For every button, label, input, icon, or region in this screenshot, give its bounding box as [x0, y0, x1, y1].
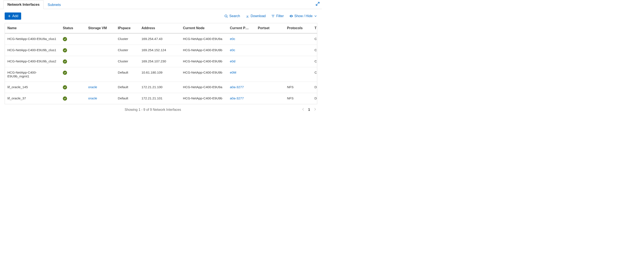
port-link[interactable]: e0c — [230, 37, 235, 40]
cell-name: HCG-NetApp-C400-E9U9b_mgmt1 — [5, 67, 60, 82]
cell-port: a0a-3277 — [227, 93, 255, 104]
port-link[interactable]: a0a-3277 — [230, 85, 244, 89]
col-header-trunc[interactable]: T — [312, 23, 317, 34]
cell-status — [60, 82, 86, 93]
search-icon — [224, 14, 228, 18]
cell-protocols — [284, 56, 312, 67]
table-row[interactable]: lif_oracle_37oracleDefault172.21.21.101H… — [5, 93, 317, 104]
filter-label: Filter — [276, 14, 284, 18]
filter-action[interactable]: Filter — [271, 14, 284, 18]
cell-ipspace: Cluster — [115, 45, 139, 56]
status-ok-icon — [63, 70, 67, 75]
port-link[interactable]: e0d — [230, 60, 236, 63]
cell-portset — [255, 34, 284, 45]
cell-svm — [86, 34, 115, 45]
cell-trunc: C — [312, 56, 317, 67]
arrow-right-icon — [313, 107, 317, 112]
status-ok-icon — [63, 85, 67, 90]
svg-rect-1 — [246, 17, 249, 18]
table-row[interactable]: HCG-NetApp-C400-E9U9a_clus1Cluster169.25… — [5, 34, 317, 45]
cell-portset — [255, 67, 284, 82]
showhide-action[interactable]: Show / Hide — [289, 14, 317, 18]
cell-portset — [255, 45, 284, 56]
col-header-address[interactable]: Address — [139, 23, 180, 34]
pager-current: 1 — [308, 108, 310, 112]
pager-next[interactable] — [313, 107, 317, 112]
table-row[interactable]: HCG-NetApp-C400-E9U9b_mgmt1Default10.61.… — [5, 67, 317, 82]
svm-link[interactable]: oracle — [88, 85, 97, 89]
table-footer: Showing 1 - 9 of 9 Network Interfaces 1 — [0, 104, 322, 115]
add-button-label: Add — [12, 14, 18, 18]
col-header-portset[interactable]: Portset — [255, 23, 284, 34]
cell-protocols: NFS — [284, 82, 312, 93]
table-row[interactable]: HCG-NetApp-C400-E9U9b_clus1Cluster169.25… — [5, 45, 317, 56]
cell-ipspace: Default — [115, 67, 139, 82]
col-header-protocols[interactable]: Protocols — [284, 23, 312, 34]
port-link[interactable]: e0M — [230, 70, 236, 74]
cell-status — [60, 67, 86, 82]
cell-name: lif_oracle_145 — [5, 82, 60, 93]
table-container: Name Status Storage VM IPspace Address C… — [5, 23, 317, 104]
cell-portset — [255, 82, 284, 93]
cell-svm: oracle — [86, 93, 115, 104]
cell-protocols: NFS — [284, 93, 312, 104]
port-link[interactable]: e0c — [230, 48, 235, 52]
tab-network-interfaces[interactable]: Network Interfaces — [4, 0, 44, 9]
col-header-status[interactable]: Status — [60, 23, 86, 34]
cell-node: HCG-NetApp-C400-E9U9b — [180, 56, 227, 67]
port-link[interactable]: a0a-3277 — [230, 96, 244, 100]
download-icon — [246, 14, 249, 18]
col-header-name[interactable]: Name — [5, 23, 60, 34]
tab-subnets[interactable]: Subnets — [44, 0, 65, 9]
table-header-row: Name Status Storage VM IPspace Address C… — [5, 23, 317, 34]
svm-link[interactable]: oracle — [88, 96, 97, 100]
cell-address: 169.254.107.230 — [139, 56, 180, 67]
cell-protocols — [284, 67, 312, 82]
search-action[interactable]: Search — [224, 14, 240, 18]
col-header-ipspace[interactable]: IPspace — [115, 23, 139, 34]
cell-trunc: C — [312, 45, 317, 56]
cell-status — [60, 45, 86, 56]
cell-address: 169.254.152.124 — [139, 45, 180, 56]
download-action[interactable]: Download — [246, 14, 266, 18]
cell-node: HCG-NetApp-C400-E9U9b — [180, 45, 227, 56]
cell-address: 169.254.47.43 — [139, 34, 180, 45]
cell-status — [60, 34, 86, 45]
expand-icon[interactable] — [316, 2, 320, 6]
cell-trunc: D — [312, 93, 317, 104]
cell-protocols — [284, 34, 312, 45]
table-row[interactable]: HCG-NetApp-C400-E9U9b_clus2Cluster169.25… — [5, 56, 317, 67]
showhide-label: Show / Hide — [294, 14, 312, 18]
eye-icon — [289, 14, 293, 18]
cell-address: 10.61.180.109 — [139, 67, 180, 82]
status-ok-icon — [63, 48, 67, 52]
cell-node: HCG-NetApp-C400-E9U9a — [180, 82, 227, 93]
cell-name: HCG-NetApp-C400-E9U9b_clus2 — [5, 56, 60, 67]
cell-status — [60, 93, 86, 104]
cell-svm: oracle — [86, 82, 115, 93]
cell-portset — [255, 93, 284, 104]
cell-ipspace: Cluster — [115, 34, 139, 45]
col-header-svm[interactable]: Storage VM — [86, 23, 115, 34]
cell-trunc: C — [312, 34, 317, 45]
cell-port: a0a-3277 — [227, 82, 255, 93]
status-ok-icon — [63, 96, 67, 101]
col-header-port[interactable]: Current P… — [227, 23, 255, 34]
download-label: Download — [250, 14, 266, 18]
status-ok-icon — [63, 60, 67, 64]
status-ok-icon — [63, 37, 67, 41]
add-button[interactable]: Add — [5, 12, 21, 20]
cell-node: HCG-NetApp-C400-E9U9b — [180, 67, 227, 82]
pager-prev[interactable] — [301, 107, 305, 112]
cell-port: e0M — [227, 67, 255, 82]
col-header-node[interactable]: Current Node — [180, 23, 227, 34]
pager: 1 — [301, 107, 317, 112]
table-row[interactable]: lif_oracle_145oracleDefault172.21.21.100… — [5, 82, 317, 93]
cell-address: 172.21.21.100 — [139, 82, 180, 93]
cell-port: e0d — [227, 56, 255, 67]
cell-svm — [86, 45, 115, 56]
cell-port: e0c — [227, 34, 255, 45]
toolbar: Add Search Download Filter Show / Hide — [0, 9, 322, 23]
cell-ipspace: Default — [115, 93, 139, 104]
tabs: Network Interfaces Subnets — [0, 0, 322, 9]
